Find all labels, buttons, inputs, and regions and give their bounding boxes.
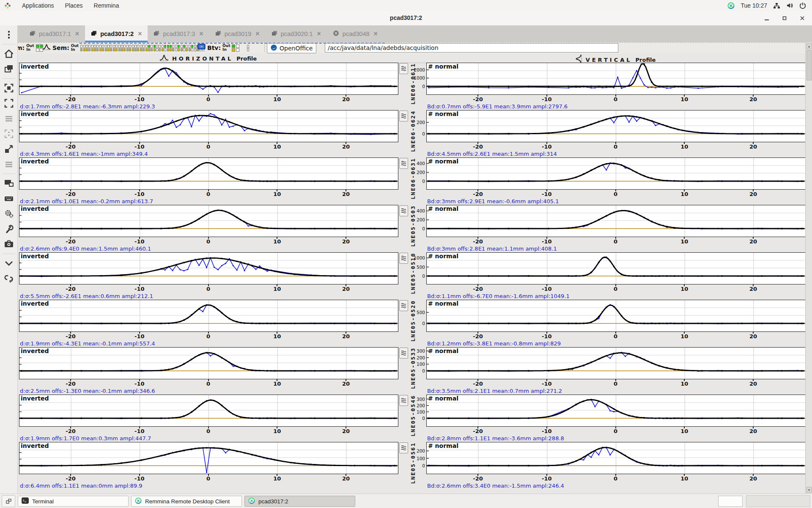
status-cell <box>189 48 191 51</box>
tab-pcad3048[interactable]: pcad3048× <box>327 25 384 42</box>
scrollbar-thumb[interactable] <box>807 50 812 80</box>
sidebar-resize-window-icon[interactable] <box>2 142 16 156</box>
tab-close-icon[interactable]: × <box>374 30 378 38</box>
tab-close-icon[interactable]: × <box>138 30 142 38</box>
y-tick-label: 200 <box>408 170 425 175</box>
x-axis: -20-1001020 <box>19 284 398 293</box>
status-cell <box>143 48 145 51</box>
tab-close-icon[interactable]: × <box>75 30 79 38</box>
monitor-select-button[interactable] <box>399 110 408 121</box>
tab-close-icon[interactable]: × <box>199 30 203 38</box>
x-tick-label: 10 <box>676 475 693 482</box>
remmina-status-icon[interactable] <box>727 2 735 9</box>
close-button[interactable] <box>798 14 806 22</box>
sidebar-fullscreen-icon[interactable] <box>2 96 16 110</box>
sidebar-kebab-menu-icon[interactable] <box>2 28 16 42</box>
tab-pcad3020-1[interactable]: pcad3020:1× <box>266 25 327 42</box>
volume-icon[interactable] <box>786 2 793 9</box>
x-tick-label: 0 <box>607 381 624 387</box>
tab-pcad3017-2[interactable]: pcad3017:2× <box>85 25 148 42</box>
status-cell <box>126 45 129 48</box>
sidebar-new-connection-icon[interactable] <box>2 62 16 76</box>
profile-plot: # normal2001000 <box>426 442 806 474</box>
scroll-up-icon[interactable]: ▲ <box>807 43 812 49</box>
tab-close-icon[interactable]: × <box>317 30 321 38</box>
status-cell <box>170 48 172 51</box>
sidebar-disconnect-icon[interactable] <box>2 271 16 286</box>
tray-indicator[interactable] <box>718 496 743 507</box>
taskbar-right-panel <box>746 495 810 507</box>
taskbar-item-terminal[interactable]: Terminal <box>18 496 129 507</box>
tab-bar: pcad3017:1× pcad3017:2× pcad3017:3× pcad… <box>18 25 812 43</box>
clock[interactable]: Tue 10:27 <box>741 2 767 9</box>
sidebar-home-icon[interactable] <box>2 47 16 61</box>
sidebar-keyboard-grab-icon[interactable] <box>2 191 16 206</box>
monitor-select-button[interactable] <box>399 395 408 406</box>
monitor-select-button[interactable] <box>399 63 408 74</box>
status-cell <box>181 48 183 51</box>
x-tick-label: -10 <box>131 191 148 197</box>
y-tick-label: 0 <box>408 368 425 373</box>
openoffice-button[interactable]: OpenOffice <box>267 43 316 53</box>
monitor-select-button[interactable] <box>399 442 408 453</box>
tab-pcad3017-1[interactable]: pcad3017:1× <box>24 25 85 42</box>
x-tick-label: -20 <box>62 238 79 245</box>
sidebar-scaling-icon[interactable] <box>2 127 16 141</box>
window-titlebar[interactable]: pcad3017:2 <box>0 11 812 26</box>
plot-mode-label: inverted <box>21 300 49 307</box>
x-tick-label: 20 <box>337 428 354 434</box>
menu-remmina[interactable]: Remmina <box>94 2 119 9</box>
minimize-button[interactable] <box>763 14 771 22</box>
vertical-scrollbar[interactable]: ▲ ▼ <box>805 42 812 494</box>
sidebar-collapse-chevron-icon[interactable] <box>2 256 16 271</box>
y-tick-label: 200 <box>408 403 425 408</box>
terminal-icon <box>22 497 29 505</box>
status-cell <box>115 45 118 48</box>
profile-peak-icon <box>42 44 51 52</box>
x-axis: -20-1001020 <box>426 237 805 246</box>
monitor-select-button[interactable] <box>399 205 408 216</box>
sidebar-lines-icon[interactable] <box>2 157 16 171</box>
status-cell <box>186 45 188 48</box>
taskbar-item-pcad3017-2[interactable]: pcad3017:2 <box>244 496 355 507</box>
network-icon[interactable] <box>773 3 780 9</box>
sidebar-dynamic-resolution-icon[interactable] <box>2 81 16 95</box>
taskbar-item-remmina[interactable]: Remmina Remote Desktop Client <box>131 496 242 507</box>
maximize-button[interactable] <box>781 14 788 22</box>
monitor-select-button[interactable] <box>399 300 408 311</box>
status-cell <box>137 48 139 51</box>
status-cell <box>113 48 115 51</box>
tab-close-icon[interactable]: × <box>255 30 259 38</box>
tab-pcad3017-3[interactable]: pcad3017:3× <box>148 25 209 42</box>
scroll-down-icon[interactable]: ▼ <box>807 487 812 493</box>
y-tick-label: 0 <box>408 84 425 89</box>
sidebar-preferences-icon[interactable] <box>2 207 16 221</box>
plot-mode-label: inverted <box>21 110 49 117</box>
path-field[interactable]: /acc/java/data/lna/adebds/acquisition <box>325 43 618 52</box>
tab-pcad3019[interactable]: pcad3019× <box>209 25 266 42</box>
profile-row-LNE05-0546: inverted-20-1001020d:σ:1.9mm offs:1.7E0 … <box>18 395 806 442</box>
x-tick-label: 10 <box>269 191 285 197</box>
x-tick-label: 10 <box>676 144 693 150</box>
sidebar-scale-lines-icon[interactable] <box>2 111 16 126</box>
y-tick-label: 200 <box>408 448 425 453</box>
sidebar-screenshot-icon[interactable] <box>2 237 16 251</box>
power-icon[interactable] <box>799 2 806 9</box>
plot-mode-label: # normal <box>428 205 458 212</box>
monitor-select-button[interactable] <box>399 253 408 264</box>
menu-applications[interactable]: Applications <box>22 2 54 9</box>
status-cell <box>137 45 139 48</box>
menu-places[interactable]: Places <box>65 2 83 9</box>
plot-mode-label: inverted <box>21 348 49 354</box>
distro-logo-icon[interactable] <box>4 2 11 9</box>
status-cell <box>129 48 131 51</box>
window-list-button[interactable] <box>2 495 15 507</box>
sidebar-multi-monitor-icon[interactable] <box>2 176 16 190</box>
x-tick-label: 20 <box>745 333 762 340</box>
x-tick-label: -10 <box>538 238 555 245</box>
sidebar-tools-icon[interactable] <box>2 222 16 236</box>
monitor-select-button[interactable] <box>399 158 408 169</box>
monitor-select-button[interactable] <box>399 348 408 359</box>
x-axis: -20-1001020 <box>426 95 805 103</box>
x-tick-label: 10 <box>269 144 285 150</box>
